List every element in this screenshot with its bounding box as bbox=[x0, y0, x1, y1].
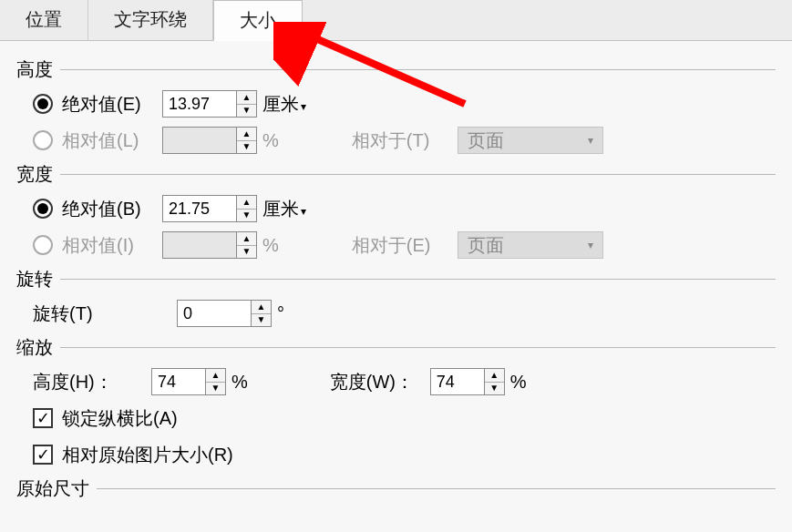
height-relative-radio[interactable] bbox=[33, 130, 53, 150]
spin-up-icon[interactable]: ▲ bbox=[237, 196, 256, 210]
height-absolute-label: 绝对值(E) bbox=[62, 92, 162, 117]
scale-width-label: 宽度(W)： bbox=[330, 370, 430, 394]
width-relative-unit: % bbox=[262, 235, 279, 256]
scale-width-unit: % bbox=[510, 372, 527, 393]
rotation-input[interactable] bbox=[177, 300, 252, 327]
rotation-group-label: 旋转 bbox=[16, 267, 53, 292]
spin-up-icon: ▲ bbox=[237, 232, 256, 246]
spin-down-icon[interactable]: ▼ bbox=[485, 383, 504, 395]
chevron-down-icon: ▾ bbox=[588, 239, 593, 251]
spin-down-icon: ▼ bbox=[237, 246, 256, 259]
width-relative-input bbox=[162, 231, 237, 259]
height-relative-to-label: 相对于(T) bbox=[352, 128, 452, 153]
size-panel: 高度 绝对值(E) ▲▼ 厘米 相对值(L) ▲▼ % 相对于(T) 页面▾ 宽… bbox=[0, 41, 792, 532]
spin-up-icon[interactable]: ▲ bbox=[485, 369, 504, 383]
spin-up-icon[interactable]: ▲ bbox=[237, 91, 256, 105]
height-absolute-input[interactable] bbox=[162, 90, 237, 118]
relative-original-label: 相对原始图片大小(R) bbox=[62, 443, 233, 467]
height-absolute-unit[interactable]: 厘米 bbox=[262, 92, 306, 117]
spin-up-icon[interactable]: ▲ bbox=[252, 301, 271, 314]
height-absolute-spinner[interactable]: ▲▼ bbox=[162, 90, 257, 118]
width-absolute-unit[interactable]: 厘米 bbox=[262, 197, 306, 221]
height-absolute-radio[interactable] bbox=[33, 94, 53, 114]
tab-text-wrap[interactable]: 文字环绕 bbox=[88, 0, 213, 40]
spin-up-icon: ▲ bbox=[237, 128, 256, 141]
chevron-down-icon bbox=[299, 199, 306, 220]
height-relative-to-combo: 页面▾ bbox=[458, 127, 603, 154]
lock-aspect-label: 锁定纵横比(A) bbox=[62, 406, 178, 431]
divider bbox=[60, 174, 776, 175]
tab-bar: 位置 文字环绕 大小 bbox=[0, 0, 792, 41]
height-group-label: 高度 bbox=[16, 57, 53, 82]
spin-down-icon: ▼ bbox=[237, 141, 256, 154]
scale-height-label: 高度(H)： bbox=[33, 370, 151, 394]
spin-down-icon[interactable]: ▼ bbox=[237, 210, 256, 222]
width-relative-to-combo: 页面▾ bbox=[458, 231, 603, 259]
spin-up-icon[interactable]: ▲ bbox=[206, 369, 225, 383]
relative-original-checkbox[interactable] bbox=[33, 445, 53, 465]
height-relative-unit: % bbox=[262, 130, 279, 151]
scale-height-unit: % bbox=[231, 372, 248, 393]
divider bbox=[60, 347, 776, 348]
chevron-down-icon: ▾ bbox=[588, 134, 593, 147]
divider bbox=[97, 488, 776, 489]
original-size-group-label: 原始尺寸 bbox=[16, 476, 89, 501]
width-absolute-radio[interactable] bbox=[33, 199, 53, 219]
tab-size[interactable]: 大小 bbox=[213, 0, 303, 41]
width-relative-radio[interactable] bbox=[33, 235, 53, 255]
divider bbox=[60, 279, 776, 280]
lock-aspect-checkbox[interactable] bbox=[33, 408, 53, 428]
height-relative-input bbox=[162, 127, 237, 154]
rotation-unit: ° bbox=[277, 303, 284, 324]
spin-down-icon[interactable]: ▼ bbox=[237, 105, 256, 118]
chevron-down-icon bbox=[299, 94, 306, 115]
rotation-label: 旋转(T) bbox=[33, 302, 151, 326]
width-group-label: 宽度 bbox=[16, 162, 53, 187]
width-absolute-label: 绝对值(B) bbox=[62, 197, 162, 221]
spin-down-icon[interactable]: ▼ bbox=[252, 314, 271, 327]
rotation-spinner[interactable]: ▲▼ bbox=[177, 300, 272, 327]
width-relative-label: 相对值(I) bbox=[62, 233, 162, 258]
divider bbox=[60, 69, 776, 70]
tab-position[interactable]: 位置 bbox=[0, 0, 88, 40]
scale-height-spinner[interactable]: ▲▼ bbox=[151, 368, 226, 395]
scale-height-input[interactable] bbox=[151, 368, 206, 395]
height-relative-spinner: ▲▼ bbox=[162, 127, 257, 154]
height-relative-label: 相对值(L) bbox=[62, 128, 162, 153]
width-absolute-input[interactable] bbox=[162, 195, 237, 222]
scale-width-input[interactable] bbox=[430, 368, 485, 395]
width-absolute-spinner[interactable]: ▲▼ bbox=[162, 195, 257, 222]
scale-width-spinner[interactable]: ▲▼ bbox=[430, 368, 505, 395]
width-relative-to-label: 相对于(E) bbox=[352, 233, 452, 258]
width-relative-spinner: ▲▼ bbox=[162, 231, 257, 259]
scale-group-label: 缩放 bbox=[16, 335, 53, 360]
spin-down-icon[interactable]: ▼ bbox=[206, 383, 225, 395]
